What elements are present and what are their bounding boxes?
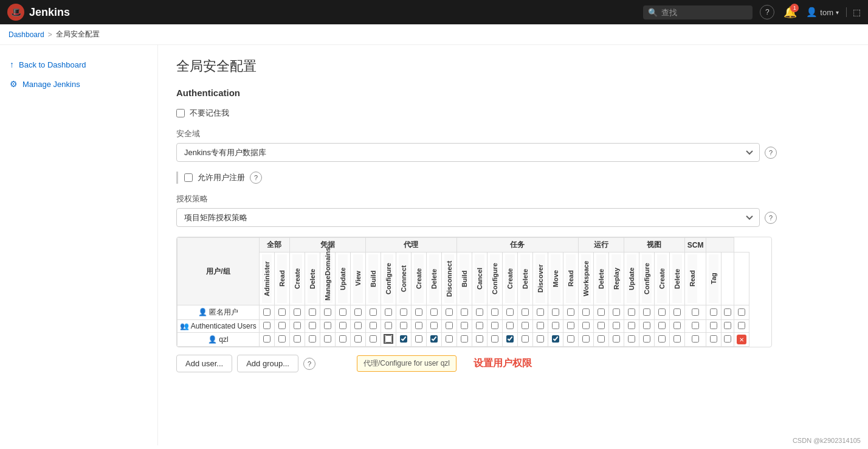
anon-cb-18[interactable] <box>537 308 544 316</box>
anon-cb-20[interactable] <box>567 308 574 316</box>
auth-cb-26[interactable] <box>658 322 666 329</box>
auth-cb-1[interactable] <box>278 322 286 329</box>
auth-cb-31[interactable] <box>738 322 745 329</box>
anon-cb-1[interactable] <box>278 308 286 316</box>
breadcrumb-home[interactable]: Dashboard <box>9 30 44 39</box>
anon-cb-23[interactable] <box>613 308 620 316</box>
auth-cb-8[interactable] <box>385 322 392 329</box>
auth-cb-23[interactable] <box>613 322 620 329</box>
anon-cb-21[interactable] <box>582 308 590 316</box>
auth-cb-2[interactable] <box>294 322 301 329</box>
auth-cb-3[interactable] <box>309 322 316 329</box>
qzl-cb-14[interactable] <box>476 335 483 343</box>
anon-cb-4[interactable] <box>324 308 331 316</box>
anon-cb-12[interactable] <box>446 308 453 316</box>
add-group-button[interactable]: Add group... <box>237 355 298 372</box>
anon-cb-11[interactable] <box>430 308 438 316</box>
qzl-cb-2[interactable] <box>294 335 301 343</box>
qzl-cb-4[interactable] <box>324 335 331 343</box>
anon-cb-10[interactable] <box>415 308 422 316</box>
qzl-cb-11[interactable] <box>430 335 438 343</box>
qzl-cb-15[interactable] <box>491 335 498 343</box>
security-domain-select[interactable]: Jenkins专有用户数据库 <box>176 143 760 162</box>
qzl-cb-6[interactable] <box>354 335 362 343</box>
qzl-cb-17[interactable] <box>522 335 529 343</box>
auth-cb-30[interactable] <box>724 322 731 329</box>
qzl-cb-8[interactable] <box>385 335 392 343</box>
user-menu[interactable]: 👤 tom ▾ <box>806 7 839 18</box>
anon-cb-28[interactable] <box>692 308 699 316</box>
auth-cb-0[interactable] <box>263 322 270 329</box>
auth-cb-4[interactable] <box>324 322 331 329</box>
anon-cb-25[interactable] <box>643 308 650 316</box>
auth-cb-15[interactable] <box>491 322 498 329</box>
anon-cb-31[interactable] <box>738 308 745 316</box>
auth-cb-17[interactable] <box>522 322 529 329</box>
search-input[interactable] <box>661 8 740 17</box>
qzl-cb-13[interactable] <box>461 335 468 343</box>
qzl-cb-22[interactable] <box>598 335 605 343</box>
qzl-cb-7[interactable] <box>370 335 377 343</box>
anon-cb-22[interactable] <box>598 308 605 316</box>
qzl-cb-19[interactable] <box>552 335 559 343</box>
anon-cb-17[interactable] <box>522 308 529 316</box>
auth-cb-22[interactable] <box>598 322 605 329</box>
anon-cb-7[interactable] <box>370 308 377 316</box>
auth-cb-24[interactable] <box>628 322 635 329</box>
authorization-help-button[interactable]: ? <box>765 212 777 224</box>
auth-cb-9[interactable] <box>400 322 407 329</box>
anon-cb-14[interactable] <box>476 308 483 316</box>
anon-cb-30[interactable] <box>724 308 731 316</box>
table-help-button[interactable]: ? <box>303 358 315 370</box>
qzl-cb-29[interactable] <box>710 335 717 343</box>
auth-cb-16[interactable] <box>506 322 514 329</box>
auth-cb-13[interactable] <box>461 322 468 329</box>
auth-cb-6[interactable] <box>354 322 362 329</box>
auth-cb-10[interactable] <box>415 322 422 329</box>
anon-cb-0[interactable] <box>263 308 270 316</box>
qzl-cb-0[interactable] <box>263 335 270 343</box>
allow-signup-checkbox[interactable] <box>184 173 193 182</box>
anon-cb-26[interactable] <box>658 308 666 316</box>
auth-cb-20[interactable] <box>567 322 574 329</box>
anon-cb-29[interactable] <box>710 308 717 316</box>
sidebar-item-manage-jenkins[interactable]: ⚙ Manage Jenkins <box>0 74 157 94</box>
notification-bell[interactable]: 🔔 1 <box>782 4 799 21</box>
anon-cb-6[interactable] <box>354 308 362 316</box>
remember-me-checkbox[interactable] <box>176 109 185 117</box>
qzl-cb-28[interactable] <box>692 335 699 343</box>
auth-cb-5[interactable] <box>339 322 346 329</box>
auth-cb-19[interactable] <box>552 322 559 329</box>
qzl-cb-1[interactable] <box>278 335 286 343</box>
anon-cb-2[interactable] <box>294 308 301 316</box>
qzl-cb-20[interactable] <box>567 335 574 343</box>
anon-cb-13[interactable] <box>461 308 468 316</box>
qzl-cb-25[interactable] <box>643 335 650 343</box>
auth-cb-27[interactable] <box>673 322 681 329</box>
qzl-cb-21[interactable] <box>582 335 590 343</box>
auth-cb-28[interactable] <box>692 322 699 329</box>
qzl-cb-12[interactable] <box>446 335 453 343</box>
qzl-cb-18[interactable] <box>537 335 544 343</box>
qzl-cb-23[interactable] <box>613 335 620 343</box>
qzl-cb-3[interactable] <box>309 335 316 343</box>
auth-cb-11[interactable] <box>430 322 438 329</box>
help-icon[interactable]: ? <box>760 5 774 19</box>
auth-cb-25[interactable] <box>643 322 650 329</box>
anon-cb-27[interactable] <box>673 308 681 316</box>
anon-cb-9[interactable] <box>400 308 407 316</box>
anon-cb-5[interactable] <box>339 308 346 316</box>
auth-cb-7[interactable] <box>370 322 377 329</box>
qzl-cb-9[interactable] <box>400 335 407 343</box>
anon-cb-19[interactable] <box>552 308 559 316</box>
auth-cb-21[interactable] <box>582 322 590 329</box>
qzl-cb-16[interactable] <box>506 335 514 343</box>
qzl-cb-26[interactable] <box>658 335 666 343</box>
qzl-cb-10[interactable] <box>415 335 422 343</box>
auth-cb-18[interactable] <box>537 322 544 329</box>
add-user-button[interactable]: Add user... <box>176 355 232 372</box>
auth-cb-14[interactable] <box>476 322 483 329</box>
sidebar-item-back-to-dashboard[interactable]: ↑ Back to Dashboard <box>0 55 157 74</box>
search-box[interactable]: 🔍 <box>643 5 753 19</box>
qzl-cb-5[interactable] <box>339 335 346 343</box>
